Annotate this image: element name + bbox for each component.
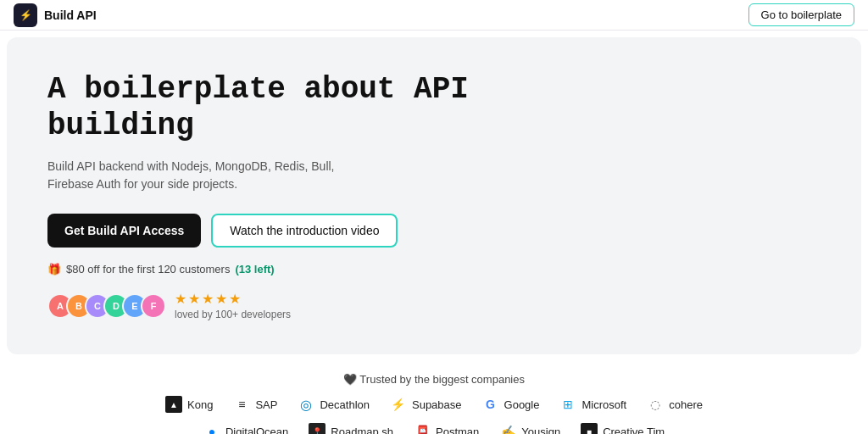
company-google: G Google [482,396,540,413]
company-kong: ▲ Kong [165,396,213,413]
trusted-title: 🖤 Trusted by the biggest companies [343,373,525,386]
avatars-row: A B C D E F ★★★★★ loved by 100+ develope… [47,291,291,320]
microsoft-icon: ⊞ [559,396,576,413]
discount-row: 🎁 $80 off for the first 120 customers (1… [47,263,275,275]
company-name: Decathlon [320,398,370,411]
stars-love-group: ★★★★★ loved by 100+ developers [175,291,291,320]
company-name: cohere [669,398,703,411]
company-roadmapsh: 📍 Roadmap.sh [309,423,393,434]
postman-icon: 📮 [414,423,431,434]
yousign-icon: ✍ [499,423,516,434]
company-name: Kong [187,398,213,411]
sap-icon: ≡ [233,396,250,413]
company-name: Supabase [412,398,462,411]
company-supabase: ⚡ Supabase [390,396,462,413]
watch-video-button[interactable]: Watch the introduction video [211,214,398,248]
company-name: Postman [436,426,479,434]
digitalocean-icon: ● [203,423,220,434]
company-name: SAP [255,398,277,411]
logo-icon: ⚡ [14,3,37,27]
roadmapsh-icon: 📍 [309,423,326,434]
discount-highlight: (13 left) [235,263,274,275]
company-name: Microsoft [581,398,626,411]
companies-row-1: ▲ Kong ≡ SAP ◎ Decathlon ⚡ Supabase G Go… [165,396,703,413]
company-microsoft: ⊞ Microsoft [559,396,626,413]
hero-title: A boilerplate about API building [47,71,469,144]
company-creativetim: ■ Creative Tim [581,423,665,434]
gift-icon: 🎁 [47,263,61,275]
company-digitalocean: ● DigitalOcean [203,423,288,434]
trusted-section: 🖤 Trusted by the biggest companies ▲ Kon… [0,361,868,434]
company-decathlon: ◎ Decathlon [298,396,370,413]
company-name: Roadmap.sh [331,426,393,434]
hero-buttons: Get Build API Access Watch the introduct… [47,214,398,248]
star-rating: ★★★★★ [175,291,291,307]
google-icon: G [482,396,499,413]
kong-icon: ▲ [165,396,182,413]
company-postman: 📮 Postman [414,423,479,434]
cohere-icon: ◌ [647,396,664,413]
love-text: loved by 100+ developers [175,309,291,320]
get-access-button[interactable]: Get Build API Access [47,214,201,248]
logo-text: Build API [44,8,97,22]
company-name: Creative Tim [603,426,665,434]
company-cohere: ◌ cohere [647,396,703,413]
company-name: Yousign [521,426,560,434]
company-yousign: ✍ Yousign [499,423,560,434]
decathlon-icon: ◎ [298,396,314,413]
creativetim-icon: ■ [581,423,598,434]
hero-subtitle: Build API backend with Nodejs, MongoDB, … [47,158,336,193]
companies-row-2: ● DigitalOcean 📍 Roadmap.sh 📮 Postman ✍ … [203,423,665,434]
company-name: Google [504,398,540,411]
avatars-group: A B C D E F [47,293,166,319]
hero-section: A boilerplate about API building Build A… [7,37,861,354]
supabase-icon: ⚡ [390,396,407,413]
avatar: F [141,293,166,319]
logo-area: ⚡ Build API [14,3,97,27]
discount-text: $80 off for the first 120 customers [66,263,230,275]
header: ⚡ Build API Go to boilerplate [0,0,868,31]
company-sap: ≡ SAP [233,396,277,413]
go-to-boilerplate-button[interactable]: Go to boilerplate [748,3,854,26]
company-name: DigitalOcean [225,426,288,434]
